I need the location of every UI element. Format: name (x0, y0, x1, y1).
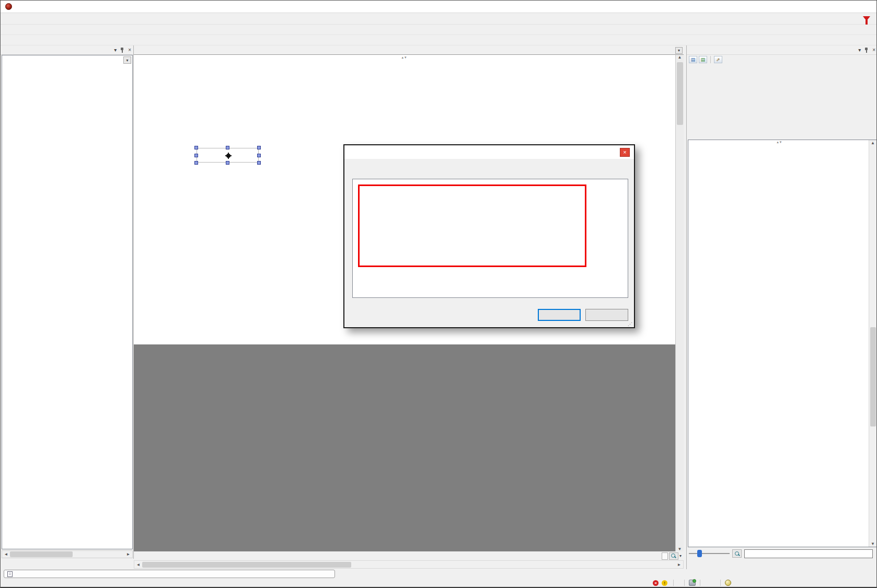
pin-icon[interactable] (864, 47, 869, 53)
ok-button[interactable] (538, 309, 581, 321)
cancel-button[interactable] (585, 309, 628, 321)
visualization-toolbar (1, 35, 877, 45)
zoom-tool-button[interactable] (669, 552, 678, 560)
build-warning-icon: ! (662, 580, 667, 586)
title-bar (1, 1, 877, 13)
toolbox-toolbar: ▤ ▤ ⇗ (687, 55, 877, 64)
dialog-close-button[interactable]: × (620, 148, 630, 157)
close-icon[interactable]: × (128, 47, 131, 53)
scrollbar-thumb[interactable] (677, 62, 683, 125)
resize-handle[interactable] (257, 161, 261, 165)
devices-horizontal-scrollbar[interactable]: ◄ ► (2, 550, 133, 558)
items-splitter-icon[interactable]: ▴▾ (777, 140, 782, 144)
codesys-window: ▾ × ▾ ◄ ► ▾ ▴▾ (0, 0, 877, 588)
scrollbar-thumb[interactable] (10, 551, 73, 557)
left-bottom-tabs (1, 559, 134, 569)
scroll-down-icon[interactable]: ▼ (869, 541, 876, 546)
tree-combo-dropdown-icon[interactable]: ▾ (123, 56, 131, 64)
resize-handle[interactable] (226, 146, 229, 149)
status-bar: × ! (1, 579, 877, 587)
scroll-right-icon[interactable]: ► (675, 562, 683, 567)
dialog-title-bar[interactable]: × (344, 145, 634, 159)
right-bottom-tabs (687, 559, 877, 569)
language-globe-icon[interactable] (725, 580, 731, 586)
messages-row (1, 569, 877, 579)
toolbox-search-input[interactable] (744, 549, 873, 558)
zoom-level[interactable] (662, 552, 668, 560)
insert-element-icon[interactable]: ▤ (689, 56, 697, 63)
resize-handle[interactable] (194, 161, 198, 165)
icon-size-slider[interactable] (689, 550, 730, 557)
toolbox-scrollbar[interactable]: ▲ ▼ (869, 140, 876, 547)
dialog-resize-grip[interactable]: ⋰ (628, 321, 633, 327)
editor-tab-bar (134, 45, 684, 55)
main-toolbar (1, 25, 877, 35)
devices-panel-header: ▾ × (1, 45, 133, 55)
scroll-up-icon[interactable]: ▲ (869, 141, 876, 145)
slider-thumb[interactable] (697, 550, 702, 557)
scroll-down-icon[interactable]: ▼ (676, 547, 684, 551)
editor-horizontal-scrollbar[interactable]: ◄ ► (134, 560, 684, 569)
toolbox-panel-header: ▾ × (687, 45, 877, 55)
resize-handle[interactable] (226, 161, 229, 165)
build-error-icon: × (653, 580, 659, 586)
canvas-splitter-icon[interactable]: ▴▾ (401, 55, 407, 60)
selected-visu-element[interactable] (197, 148, 259, 163)
menu-bar (1, 13, 877, 25)
insert-frame-icon[interactable]: ▤ (699, 56, 707, 63)
messages-panel-button[interactable] (4, 570, 335, 578)
devices-panel: ▾ × ▾ ◄ ► (1, 45, 134, 569)
scroll-left-icon[interactable]: ◄ (134, 562, 142, 567)
resize-handle[interactable] (257, 146, 261, 149)
scrollbar-thumb[interactable] (142, 562, 351, 568)
annotation-highlight-box (358, 185, 586, 267)
panel-menu-icon[interactable]: ▾ (114, 47, 117, 53)
panel-menu-icon[interactable]: ▾ (858, 47, 861, 53)
toolbox-items-area: ▴▾ ▲ ▼ (688, 140, 877, 547)
resize-handle[interactable] (194, 146, 198, 149)
customize-toolbox-icon[interactable]: ⇗ (714, 56, 722, 63)
scrollbar-thumb[interactable] (870, 327, 876, 426)
resize-handle[interactable] (257, 154, 261, 157)
zoom-dropdown-icon[interactable]: ▾ (679, 554, 682, 558)
tab-list-dropdown-icon[interactable]: ▾ (675, 47, 683, 54)
rotation-anchor-icon[interactable] (226, 154, 230, 158)
device-tree: ▾ (2, 55, 133, 549)
editor-area: ▾ ▴▾ ▲ ▼ × (134, 45, 684, 569)
messages-icon (7, 571, 13, 577)
search-icon (734, 551, 740, 557)
toolbox-bottom-controls (687, 548, 877, 559)
search-button[interactable] (732, 549, 742, 558)
assign-parameters-dialog: × ⋰ (343, 144, 635, 328)
visualization-toolbox-panel: ▾ × ▤ ▤ ⇗ ▴▾ ▲ ▼ (686, 45, 877, 569)
scroll-right-icon[interactable]: ► (124, 552, 132, 557)
codesys-app-icon (5, 3, 12, 10)
editor-vertical-scrollbar[interactable]: ▲ ▼ (675, 55, 684, 551)
magnifier-icon (671, 553, 676, 559)
toolbox-categories (688, 65, 877, 139)
compile-status-icon (689, 580, 696, 586)
resize-handle[interactable] (194, 154, 198, 157)
close-icon[interactable]: × (872, 47, 875, 53)
editor-zoom-row: ▾ (134, 551, 684, 560)
scroll-up-icon[interactable]: ▲ (676, 55, 684, 60)
parameter-table-panel (352, 179, 628, 298)
scroll-left-icon[interactable]: ◄ (2, 552, 10, 557)
pragma-filter-icon[interactable] (863, 16, 870, 21)
pin-icon[interactable] (120, 47, 125, 53)
